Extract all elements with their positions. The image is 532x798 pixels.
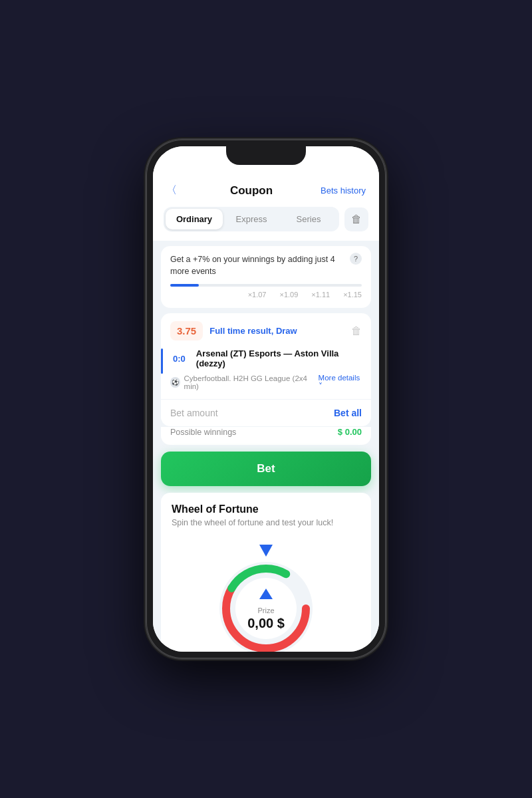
- phone-notch: [226, 146, 306, 165]
- wheel-pointer-icon: [259, 545, 273, 557]
- winnings-row: Possible winnings $ 0.00: [161, 426, 371, 445]
- wheel-prize-value: 0,00 $: [247, 616, 285, 631]
- chevron-down-icon: ˅: [319, 382, 323, 390]
- league-name: Cyberfootball. H2H GG League (2x4 min): [184, 374, 312, 390]
- bet-amount-row: Bet amount Bet all: [161, 399, 371, 426]
- back-chevron-icon[interactable]: 〈: [166, 184, 182, 198]
- bet-match: 0:0 Arsenal (ZT) Esports — Aston Villa (…: [161, 348, 371, 374]
- winnings-value: $ 0.00: [338, 427, 362, 437]
- clear-all-button[interactable]: 🗑: [344, 207, 368, 231]
- wheel-svg-container: Prize 0,00 $: [213, 555, 319, 652]
- tabs-container: Ordinary Express Series 🗑: [153, 207, 379, 241]
- page-title: Coupon: [182, 184, 321, 198]
- wheel-subtitle: Spin the wheel of fortune and test your …: [172, 518, 360, 527]
- wheel-inner-text: Prize 0,00 $: [247, 587, 285, 631]
- progress-track: [170, 284, 362, 287]
- header: 〈 Coupon Bets history: [153, 176, 379, 207]
- bet-card: 3.75 Full time result, Draw 🗑 0:0 Arsena…: [161, 313, 371, 426]
- phone-device: 〈 Coupon Bets history Ordinary Express S…: [146, 140, 386, 658]
- bet-submit-button[interactable]: Bet: [161, 452, 371, 486]
- bet-all-button[interactable]: Bet all: [334, 408, 362, 418]
- multiplier-3: ×1.11: [311, 291, 330, 299]
- tabs-group: Ordinary Express Series: [164, 207, 339, 231]
- bet-card-header: 3.75 Full time result, Draw 🗑: [161, 313, 371, 348]
- trash-icon: 🗑: [351, 213, 362, 225]
- bet-score: 0:0: [173, 354, 186, 364]
- bet-type-label: Full time result, Draw: [209, 326, 344, 336]
- progress-fill: [170, 284, 199, 287]
- bets-history-link[interactable]: Bets history: [321, 186, 366, 196]
- screen-content: 〈 Coupon Bets history Ordinary Express S…: [153, 176, 379, 652]
- odds-badge: 3.75: [170, 321, 203, 340]
- bet-amount-input[interactable]: Bet amount: [170, 408, 218, 418]
- bet-delete-button[interactable]: 🗑: [351, 325, 362, 337]
- multiplier-2: ×1.09: [279, 291, 298, 299]
- bet-teams: Arsenal (ZT) Esports — Aston Villa (dezz…: [196, 348, 362, 368]
- tab-ordinary[interactable]: Ordinary: [166, 209, 223, 229]
- tab-express[interactable]: Express: [223, 209, 280, 229]
- promo-banner: Get a +7% on your winnings by adding jus…: [161, 246, 371, 308]
- wheel-title: Wheel of Fortune: [172, 503, 360, 515]
- winnings-label: Possible winnings: [170, 428, 236, 437]
- multiplier-4: ×1.15: [343, 291, 362, 299]
- tab-series[interactable]: Series: [280, 209, 337, 229]
- bet-league: ⚽ Cyberfootball. H2H GG League (2x4 min)…: [161, 374, 371, 399]
- wheel-prize-label: Prize: [247, 606, 285, 614]
- phone-screen: 〈 Coupon Bets history Ordinary Express S…: [153, 146, 379, 652]
- league-icon: ⚽: [170, 377, 180, 388]
- match-indicator: [161, 348, 163, 374]
- promo-text: Get a +7% on your winnings by adding jus…: [170, 254, 344, 277]
- help-icon[interactable]: ?: [350, 253, 362, 265]
- wheel-section: Wheel of Fortune Spin the wheel of fortu…: [161, 493, 371, 652]
- more-details-button[interactable]: More details ˅: [319, 374, 362, 391]
- multiplier-1: ×1.07: [248, 291, 267, 299]
- multipliers-row: ×1.07 ×1.09 ×1.11 ×1.15: [170, 291, 362, 299]
- wheel-area[interactable]: Prize 0,00 $: [172, 538, 360, 652]
